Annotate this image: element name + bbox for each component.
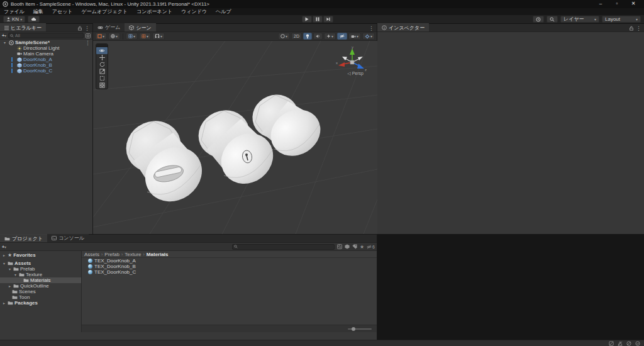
foldout-arrow-icon[interactable]: ▸ bbox=[8, 284, 12, 288]
layers-dropdown[interactable]: レイヤー ▾ bbox=[560, 16, 599, 23]
scene-audio-toggle[interactable] bbox=[313, 33, 323, 40]
menu-edit[interactable]: 編集 bbox=[33, 8, 43, 15]
draw-mode-dropdown[interactable]: ▾ bbox=[278, 33, 290, 40]
menu-window[interactable]: ウィンドウ bbox=[181, 8, 207, 15]
tree-item-favorites[interactable]: ▸ ★ Favorites bbox=[0, 252, 81, 258]
search-in-folder-icon[interactable] bbox=[337, 244, 342, 249]
tab-inspector[interactable]: インスペクター bbox=[377, 23, 429, 31]
breadcrumb-assets[interactable]: Assets bbox=[84, 252, 99, 257]
tree-item-texture[interactable]: ▾ Texture bbox=[0, 272, 81, 277]
hierarchy-row-directional-light[interactable]: Directional Light bbox=[0, 45, 92, 51]
grid-snapping-dropdown[interactable]: ▾ bbox=[139, 33, 151, 40]
axis-y-cone[interactable] bbox=[350, 48, 355, 55]
lock-icon[interactable] bbox=[78, 26, 82, 31]
tab-console[interactable]: コンソール bbox=[47, 234, 89, 242]
asset-row-tex-doorknob-c[interactable]: TEX_DoorKnob_C bbox=[82, 269, 377, 275]
hierarchy-row-main-camera[interactable]: Main Camera bbox=[0, 51, 92, 57]
transform-tool-button[interactable] bbox=[96, 82, 108, 89]
pick-object-icon[interactable] bbox=[86, 33, 91, 38]
foldout-arrow-icon[interactable]: ▾ bbox=[3, 40, 7, 45]
menu-gameobject[interactable]: ゲームオブジェクト bbox=[82, 8, 128, 15]
breadcrumb-prefab[interactable]: Prefab bbox=[104, 252, 119, 257]
hierarchy-menu-icon[interactable]: ⋮ bbox=[84, 25, 90, 31]
hierarchy-row-doorknob-a[interactable]: DoorKnob_A bbox=[0, 57, 92, 62]
tool-settings-pivot-dropdown[interactable]: ▾ bbox=[95, 33, 107, 40]
account-button[interactable]: KN ▾ bbox=[3, 16, 25, 23]
tab-hierarchy[interactable]: ヒエラルキー bbox=[0, 23, 46, 31]
rect-tool-button[interactable] bbox=[96, 75, 108, 82]
tool-settings-global-dropdown[interactable]: ▾ bbox=[108, 33, 120, 40]
console-messages-muted-icon[interactable] bbox=[626, 341, 631, 346]
asset-row-tex-doorknob-b[interactable]: TEX_DoorKnob_B bbox=[82, 264, 377, 269]
view-tool-button[interactable] bbox=[96, 47, 108, 54]
tree-item-scenes[interactable]: Scenes bbox=[0, 289, 81, 294]
snap-increment-dropdown[interactable]: ▾ bbox=[152, 33, 165, 40]
thumbnail-zoom-slider[interactable] bbox=[348, 328, 372, 330]
grid-visibility-dropdown[interactable]: ▾ bbox=[126, 33, 138, 40]
pause-button[interactable] bbox=[313, 16, 323, 23]
tree-item-quickoutline[interactable]: ▸ QuickOutline bbox=[0, 283, 81, 289]
tree-item-prefab[interactable]: ▾ Prefab bbox=[0, 266, 81, 272]
menu-component[interactable]: コンポーネント bbox=[136, 8, 172, 15]
tree-item-materials[interactable]: Materials bbox=[0, 277, 81, 283]
project-search-input[interactable] bbox=[239, 244, 333, 249]
console-warnings-muted-icon[interactable] bbox=[618, 341, 623, 346]
scene-visibility-toggle[interactable] bbox=[337, 33, 347, 40]
progress-check-icon[interactable] bbox=[635, 341, 640, 346]
tab-project[interactable]: プロジェクト bbox=[0, 234, 47, 242]
2d-toggle-button[interactable]: 2D bbox=[291, 33, 302, 40]
step-button[interactable] bbox=[323, 16, 333, 23]
slider-thumb[interactable] bbox=[352, 327, 355, 331]
close-button[interactable]: ✕ bbox=[625, 0, 641, 8]
scene-menu-icon[interactable]: ⋮ bbox=[369, 25, 374, 31]
undo-history-button[interactable] bbox=[533, 16, 544, 23]
minimize-button[interactable]: – bbox=[592, 0, 609, 8]
menu-file[interactable]: ファイル bbox=[4, 8, 25, 15]
cloud-services-button[interactable] bbox=[28, 16, 40, 23]
layout-dropdown[interactable]: Layout ▾ bbox=[602, 16, 641, 23]
create-add-button[interactable]: +▾ bbox=[2, 33, 6, 38]
perspective-toggle[interactable]: ◁ Persp bbox=[347, 71, 364, 76]
hierarchy-row-doorknob-b[interactable]: DoorKnob_B bbox=[0, 62, 92, 68]
hierarchy-search-input[interactable] bbox=[15, 33, 82, 38]
tree-item-packages[interactable]: ▸ Packages bbox=[0, 300, 81, 306]
tree-item-toon[interactable]: Toon bbox=[0, 294, 81, 300]
scene-menu-icon[interactable]: ⋮ bbox=[85, 40, 92, 46]
asset-row-tex-doorknob-a[interactable]: TEX_DoorKnob_A bbox=[82, 258, 377, 264]
gizmos-dropdown[interactable]: ▾ bbox=[362, 33, 375, 40]
breadcrumb-texture[interactable]: Texture bbox=[125, 252, 141, 257]
scene-lighting-toggle[interactable] bbox=[303, 33, 312, 40]
search-by-label-icon[interactable] bbox=[352, 244, 357, 249]
breadcrumb-materials[interactable]: Materials bbox=[147, 252, 169, 257]
tab-scene[interactable]: シーン bbox=[125, 23, 155, 31]
lock-icon[interactable] bbox=[630, 26, 633, 31]
scale-tool-button[interactable] bbox=[96, 68, 108, 75]
rotate-tool-button[interactable] bbox=[96, 61, 108, 68]
foldout-arrow-icon[interactable]: ▾ bbox=[13, 272, 18, 277]
scene-viewport[interactable]: y x z ◁ Persp bbox=[93, 41, 377, 234]
menu-help[interactable]: ヘルプ bbox=[216, 8, 231, 15]
search-by-type-icon[interactable] bbox=[345, 244, 350, 249]
effects-dropdown[interactable]: ▾ bbox=[324, 33, 336, 40]
tree-item-assets[interactable]: ▾ Assets bbox=[0, 260, 81, 266]
foldout-arrow-icon[interactable]: ▾ bbox=[2, 261, 6, 265]
hierarchy-row-scene[interactable]: ▾ SampleScene* ⋮ bbox=[0, 40, 92, 45]
project-search-field[interactable] bbox=[232, 244, 335, 250]
move-tool-button[interactable] bbox=[96, 54, 108, 61]
foldout-arrow-icon[interactable]: ▸ bbox=[2, 253, 6, 257]
hidden-packages-toggle[interactable]: 6 bbox=[367, 245, 375, 249]
console-errors-muted-icon[interactable] bbox=[609, 341, 614, 346]
inspector-menu-icon[interactable]: ⋮ bbox=[636, 25, 641, 31]
play-button[interactable] bbox=[302, 16, 312, 23]
axis-z-cone[interactable] bbox=[357, 64, 364, 69]
axis-neg-cone[interactable] bbox=[358, 57, 363, 60]
save-search-star-icon[interactable]: ★ bbox=[360, 244, 364, 250]
axis-x-cone[interactable] bbox=[338, 62, 345, 67]
hierarchy-search-field[interactable] bbox=[8, 33, 84, 38]
tab-game[interactable]: ゲーム bbox=[93, 23, 125, 31]
maximize-button[interactable]: ▫ bbox=[609, 0, 625, 8]
menu-assets[interactable]: アセット bbox=[52, 8, 73, 15]
gizmo-center-cube[interactable] bbox=[350, 60, 354, 64]
create-asset-button[interactable]: +▾ bbox=[2, 245, 6, 249]
scene-camera-dropdown[interactable]: ▾ bbox=[348, 33, 361, 40]
